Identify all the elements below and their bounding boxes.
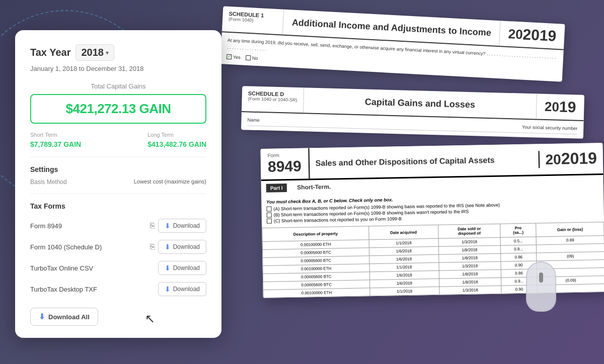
total-gains-section: Total Capital Gains $421,272.13 GAIN <box>30 82 206 124</box>
form-1040-preview-button[interactable]: ⎘ <box>150 242 155 251</box>
short-term-col: Short Term $7,789.37 GAIN <box>30 132 81 149</box>
yes-checkbox: ✓ Yes <box>226 53 241 61</box>
long-term-label: Long Term <box>147 132 206 138</box>
form-1040-name: Form 1040 (Schedule D) <box>30 243 102 251</box>
col-date-acquired: Date acquired <box>369 225 438 239</box>
turbotax-csv-name: TurboTax Online CSV <box>30 264 93 272</box>
date-range: January 1, 2018 to December 31, 2018 <box>30 65 206 72</box>
documents-container: SCHEDULE 1 (Form 1040) Additional Income… <box>191 15 604 364</box>
form-8949-number-box: Form 8949 <box>260 148 310 179</box>
settings-row: Basis Method Lowest cost (maximize gains… <box>30 178 206 194</box>
mouse-overlay <box>518 261 564 327</box>
short-term-amount: $7,789.37 GAIN <box>30 140 81 148</box>
turbotax-txf-name: TurboTax Desktop TXF <box>30 286 97 293</box>
tax-year-value: 2018 <box>81 47 104 58</box>
schedule-d-form-number: SCHEDULE D (Form 1040 or 1040-SR) <box>242 86 304 113</box>
turbotax-txf-download-button[interactable]: ⬇ Download <box>158 282 206 296</box>
schedule-d-title: Capital Gains and Losses <box>303 87 537 119</box>
form-8949-preview-button[interactable]: ⎘ <box>150 221 155 230</box>
tax-year-selector[interactable]: 2018 ▾ <box>76 44 114 61</box>
option-a-box <box>266 207 271 212</box>
tax-forms-label: Tax Forms <box>30 202 206 210</box>
form-8949-check-options: (A) Short-term transactions reported on … <box>266 201 598 224</box>
total-gains-label: Total Capital Gains <box>30 82 206 90</box>
no-checkbox: No <box>245 54 258 62</box>
turbotax-csv-download-button[interactable]: ⬇ Download <box>158 261 206 275</box>
chevron-down-icon: ▾ <box>106 49 109 56</box>
turbotax-csv-actions: ⬇ Download <box>158 261 206 275</box>
form-8949-name: Form 8949 <box>30 222 62 230</box>
gains-box: $421,272.13 GAIN <box>30 94 206 124</box>
mouse-shape <box>526 261 556 312</box>
tax-card: Tax Year 2018 ▾ January 1, 2018 to Decem… <box>15 30 221 338</box>
tax-year-label: Tax Year <box>30 47 70 58</box>
download-label: Download <box>173 243 200 250</box>
settings-section-label: Settings <box>30 165 206 173</box>
download-label: Download <box>173 286 200 293</box>
download-all-icon: ⬇ <box>39 312 45 321</box>
schedule-1-document: SCHEDULE 1 (Form 1040) Additional Income… <box>220 6 565 82</box>
download-all-button[interactable]: ⬇ Download All <box>30 308 98 326</box>
col-gain: Gain or (loss) <box>536 222 604 237</box>
form-8949-actions: ⎘ ⬇ Download <box>150 219 206 233</box>
schedule-d-year: 2019 <box>536 94 584 120</box>
option-c-box <box>267 219 272 224</box>
download-icon: ⬇ <box>165 285 171 293</box>
schedule-1-year: 202019 <box>499 21 565 49</box>
gains-breakdown: Short Term $7,789.37 GAIN Long Term $413… <box>30 132 206 157</box>
col-proceeds: Pro(sa...) <box>500 223 536 237</box>
form-8949-download-button[interactable]: ⬇ Download <box>158 219 206 233</box>
form-row: Form 8949 ⎘ ⬇ Download <box>30 215 206 236</box>
turbotax-txf-actions: ⬇ Download <box>158 282 206 296</box>
download-label: Download <box>173 222 200 229</box>
download-icon: ⬇ <box>165 222 171 230</box>
basis-method-value: Lowest cost (maximize gains) <box>134 178 206 186</box>
form-8949-year: 202019 <box>539 145 603 172</box>
basis-method-label: Basis Method <box>30 178 67 186</box>
yes-checkbox-box: ✓ <box>226 54 232 60</box>
download-icon: ⬇ <box>165 264 171 272</box>
short-term-label: Short Term <box>30 132 81 138</box>
download-all-label: Download All <box>48 313 90 321</box>
long-term-col: Long Term $413,482.76 GAIN <box>147 132 206 149</box>
form-1040-download-button[interactable]: ⬇ Download <box>158 240 206 254</box>
mouse-scroll-wheel <box>539 272 543 283</box>
download-icon: ⬇ <box>165 243 171 251</box>
option-b-box <box>267 213 272 218</box>
col-date-sold: Date sold ordisposed of <box>438 224 500 238</box>
cursor-icon: ↖ <box>145 312 155 326</box>
form-8949-title: Sales and Other Dispositions of Capital … <box>309 151 539 172</box>
schedule-1-form-number: SCHEDULE 1 (Form 1040) <box>222 6 283 34</box>
form-row: TurboTax Online CSV ⬇ Download <box>30 257 206 279</box>
total-gains-amount: $421,272.13 GAIN <box>41 101 195 117</box>
long-term-amount: $413,482.76 GAIN <box>147 140 206 148</box>
download-label: Download <box>173 264 200 271</box>
form-8949-part: Part I <box>266 184 287 193</box>
no-checkbox-box <box>246 55 251 61</box>
name-label: Name <box>247 116 259 124</box>
tax-forms-section: Tax Forms Form 8949 ⎘ ⬇ Download Form 10… <box>30 202 206 300</box>
form-1040-actions: ⎘ ⬇ Download <box>150 240 206 254</box>
col-description: Description of property <box>262 226 369 242</box>
form-row: TurboTax Desktop TXF ⬇ Download <box>30 279 206 300</box>
schedule-d-document: SCHEDULE D (Form 1040 or 1040-SR) Capita… <box>241 86 584 139</box>
form-8949-short-term: Short-Term. <box>297 184 331 191</box>
form-row: Form 1040 (Schedule D) ⎘ ⬇ Download <box>30 236 206 257</box>
form-8949-header: Form 8949 Sales and Other Dispositions o… <box>260 143 603 181</box>
ssn-label: Your social security number <box>522 124 578 132</box>
